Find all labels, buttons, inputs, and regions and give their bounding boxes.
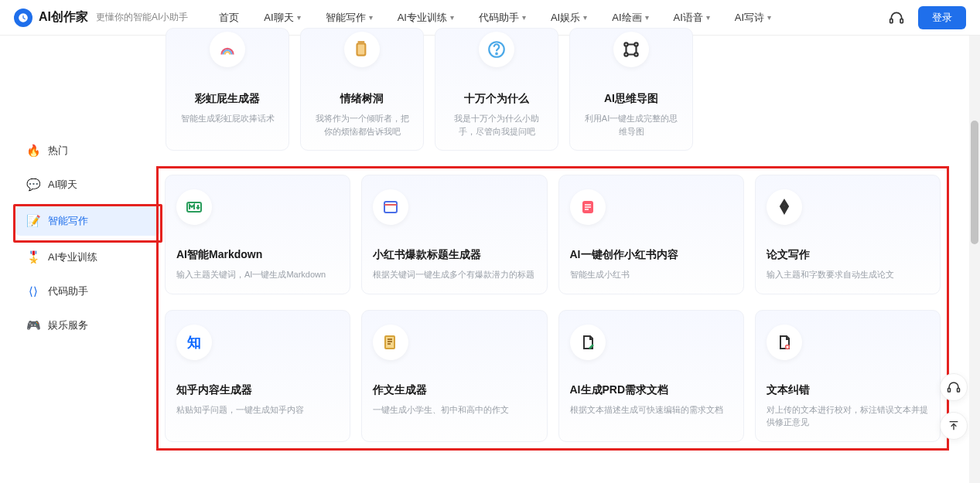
code-icon: ⟨⟩ [26,284,40,298]
svg-rect-10 [384,202,397,213]
card-title: AI智能Markdown [176,248,262,262]
card-title: 作文生成器 [373,383,427,397]
chevron-down-icon: ▾ [522,13,526,22]
card-markdown[interactable]: AI智能Markdown 输入主题关键词，AI一键生成Markdown [165,175,350,294]
top-card-row: 彩虹屁生成器 智能生成彩虹屁吹捧话术 情绪树洞 我将作为一个倾听者，把你的烦恼都… [162,28,980,151]
float-actions [940,373,968,440]
sidebar-item-label: 代码助手 [48,284,88,298]
card-title: AI生成PRD需求文档 [570,383,669,397]
sidebar-item-write[interactable]: 📝智能写作 [15,206,160,236]
file-error-icon [767,325,802,360]
chevron-down-icon: ▾ [767,13,771,22]
chevron-down-icon: ▾ [706,13,710,22]
nav-ai-training[interactable]: AI专业训练▾ [398,11,454,25]
slogan: 更懂你的智能AI小助手 [96,11,188,24]
svg-rect-1 [900,19,903,22]
sidebar-item-label: 娱乐服务 [48,318,88,332]
writing-grid: AI智能Markdown 输入主题关键词，AI一键生成Markdown 小红书爆… [156,166,949,451]
sidebar-item-label: AI专业训练 [48,250,97,264]
nav-ai-draw[interactable]: AI绘画▾ [612,11,648,25]
support-float-button[interactable] [940,373,968,401]
nav-ai-entertain[interactable]: AI娱乐▾ [551,11,587,25]
note-icon [570,189,606,225]
content: 🔥热门 💬AI聊天 📝智能写作 🎖️AI专业训练 ⟨⟩代码助手 🎮娱乐服务 彩虹… [0,36,980,483]
pen-icon [767,189,802,225]
nav-ai-voice[interactable]: AI语音▾ [674,11,710,25]
card-desc: 输入主题关键词，AI一键生成Markdown [176,268,326,281]
sidebar-item-hot[interactable]: 🔥热门 [15,136,139,165]
chevron-down-icon: ▾ [583,13,587,22]
sidebar-item-entertain[interactable]: 🎮娱乐服务 [15,311,139,340]
grid-row: 知 知乎内容生成器 粘贴知乎问题，一键生成知乎内容 作文生成器 一键生成小学生、… [165,310,941,442]
nav-code-helper[interactable]: 代码助手▾ [479,11,526,25]
svg-point-12 [783,205,785,207]
back-to-top-button[interactable] [940,412,968,440]
nav-home[interactable]: 首页 [219,11,239,25]
badge-icon: 🎖️ [26,250,40,264]
card-desc: 对上传的文本进行校对，标注错误文本并提供修正意见 [767,403,929,429]
card-title: 彩虹屁生成器 [195,92,260,106]
chevron-down-icon: ▾ [450,13,454,22]
nav-smart-write[interactable]: 智能写作▾ [326,11,373,25]
scrollbar-track[interactable] [969,36,980,483]
card-desc: 智能生成小红书 [570,268,630,281]
svg-rect-2 [357,43,366,55]
svg-point-5 [624,43,627,46]
rainbow-icon [210,32,245,67]
card-title: 知乎内容生成器 [176,383,252,397]
essay-icon [373,325,408,360]
card-title: 情绪树洞 [340,92,384,106]
chevron-down-icon: ▾ [645,13,649,22]
support-icon[interactable] [889,10,904,26]
card-emotion[interactable]: 情绪树洞 我将作为一个倾听者，把你的烦恼都告诉我吧 [300,28,424,151]
sidebar-item-code[interactable]: ⟨⟩代码助手 [15,277,139,306]
card-desc: 我是十万个为什么小助手，尽管向我提问吧 [446,112,547,138]
markdown-icon [176,189,212,225]
card-desc: 我将作为一个倾听者，把你的烦恼都告诉我吧 [312,112,412,138]
card-desc: 根据文本描述生成可快速编辑的需求文档 [570,403,723,417]
card-desc: 粘贴知乎问题，一键生成知乎内容 [176,403,304,417]
card-thesis[interactable]: 论文写作 输入主题和字数要求自动生成论文 [755,175,941,294]
mindmap-icon [613,32,649,67]
card-title: 小红书爆款标题生成器 [373,248,481,262]
card-title: 十万个为什么 [464,92,529,106]
nav-ai-chat[interactable]: AI聊天▾ [264,11,300,25]
top-nav: 首页 AI聊天▾ 智能写作▾ AI专业训练▾ 代码助手▾ AI娱乐▾ AI绘画▾… [219,11,889,25]
logo-icon [14,9,32,27]
card-zhihu[interactable]: 知 知乎内容生成器 粘贴知乎问题，一键生成知乎内容 [165,310,350,442]
chat-icon: 💬 [26,178,40,192]
card-title: 文本纠错 [767,383,810,397]
game-icon: 🎮 [26,318,40,332]
card-desc: 输入主题和字数要求自动生成论文 [767,268,894,281]
sidebar-item-chat[interactable]: 💬AI聊天 [15,170,139,199]
card-xhs-title[interactable]: 小红书爆款标题生成器 根据关键词一键生成多个有爆款潜力的标题 [361,175,547,294]
sidebar-item-training[interactable]: 🎖️AI专业训练 [15,243,139,272]
card-title: AI一键创作小红书内容 [570,248,678,262]
svg-point-6 [634,43,637,46]
card-rainbow[interactable]: 彩虹屁生成器 智能生成彩虹屁吹捧话术 [166,28,289,151]
file-edit-icon [570,325,606,360]
scrollbar-thumb[interactable] [971,121,978,244]
sidebar: 🔥热门 💬AI聊天 📝智能写作 🎖️AI专业训练 ⟨⟩代码助手 🎮娱乐服务 [0,36,162,483]
logo[interactable]: AI创作家 [14,9,88,27]
grid-row: AI智能Markdown 输入主题关键词，AI一键生成Markdown 小红书爆… [165,175,941,294]
card-prd[interactable]: AI生成PRD需求文档 根据文本描述生成可快速编辑的需求文档 [558,310,744,442]
card-desc: 一键生成小学生、初中和高中的作文 [373,403,509,417]
card-mindmap[interactable]: AI思维导图 利用AI一键生成完整的思维导图 [569,28,693,151]
sidebar-item-label: AI聊天 [48,178,77,192]
svg-point-7 [624,53,627,56]
card-essay[interactable]: 作文生成器 一键生成小学生、初中和高中的作文 [361,310,547,442]
login-button[interactable]: 登录 [918,6,966,29]
question-icon [479,32,514,67]
sidebar-item-label: 智能写作 [48,214,88,228]
doc-icon: 📝 [26,214,40,228]
card-why[interactable]: 十万个为什么 我是十万个为什么小助手，尽管向我提问吧 [435,28,558,151]
card-desc: 利用AI一键生成完整的思维导图 [581,112,681,138]
card-correct[interactable]: 文本纠错 对上传的文本进行校对，标注错误文本并提供修正意见 [755,310,941,442]
app-name: AI创作家 [39,9,88,26]
svg-rect-15 [948,389,951,393]
nav-ai-poem[interactable]: AI写诗▾ [735,11,771,25]
card-xhs-content[interactable]: AI一键创作小红书内容 智能生成小红书 [558,175,744,294]
zhihu-icon: 知 [176,325,212,360]
cup-icon [344,32,380,67]
